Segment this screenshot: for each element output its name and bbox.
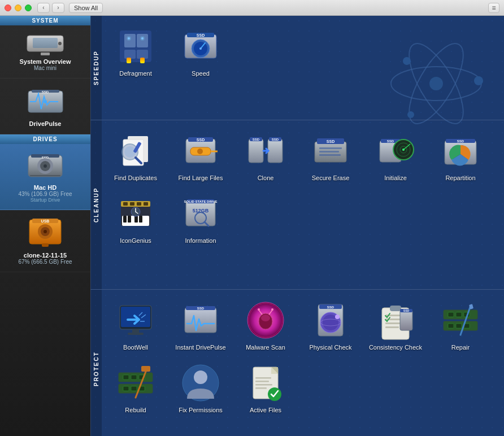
svg-text:SSD: SSD	[327, 139, 334, 143]
svg-rect-133	[385, 326, 399, 328]
system-overview-label: System Overview	[19, 58, 71, 65]
consistency-check-icon: SSD	[375, 300, 416, 341]
forward-button[interactable]: ›	[52, 3, 64, 13]
find-duplicates-label: Find Duplicates	[114, 175, 157, 181]
mac-mini-icon	[25, 32, 66, 56]
protect-grid: BootWell	[102, 290, 504, 424]
physical-check-item[interactable]: SSD Physical Check	[299, 295, 362, 355]
icon-genius-item[interactable]: IconGenius	[105, 189, 167, 248]
svg-rect-59	[249, 139, 263, 163]
secure-erase-icon: SSD	[310, 130, 351, 171]
rebuild-item[interactable]: Rebuild	[105, 358, 167, 418]
svg-rect-32	[124, 50, 136, 59]
svg-rect-97	[186, 201, 215, 226]
find-large-files-item[interactable]: SSD Find Large Files	[170, 126, 232, 186]
clone-label-icon: Clone	[258, 175, 274, 181]
clone-item[interactable]: SSD SSD Clone	[234, 126, 297, 186]
sidebar-item-drivepulse[interactable]: SSD DrivePulse	[0, 79, 90, 134]
physical-check-icon: SSD	[310, 300, 351, 341]
sidebar-item-mac-hd[interactable]: SSD Mac HD 43% (106.9 GB) Free Startup D…	[0, 144, 90, 210]
svg-rect-69	[319, 151, 339, 152]
svg-rect-86	[128, 216, 131, 223]
sidebar-item-system-overview[interactable]: System Overview Mac mini	[0, 25, 90, 79]
clone-label: clone-12-11-15	[24, 252, 67, 259]
maximize-button[interactable]	[25, 5, 32, 11]
svg-rect-62	[268, 139, 283, 163]
svg-point-7	[44, 100, 47, 103]
fix-permissions-icon	[180, 363, 221, 403]
grid-area: SPEEDUP	[90, 16, 504, 436]
svg-text:SSD: SSD	[457, 139, 464, 143]
svg-text:SSD: SSD	[197, 33, 205, 37]
ext-drive-icon: USB	[28, 217, 63, 250]
secure-erase-item[interactable]: SSD Secure Erase	[299, 126, 362, 186]
active-files-label: Active Files	[250, 407, 281, 413]
close-button[interactable]	[5, 5, 11, 11]
svg-text:SSD: SSD	[403, 309, 410, 312]
svg-rect-68	[319, 147, 342, 149]
find-duplicates-item[interactable]: Find Duplicates	[105, 126, 167, 186]
repartition-label: Repartition	[445, 175, 475, 181]
speedup-grid: Defragment	[102, 16, 504, 87]
svg-point-119	[271, 308, 273, 311]
svg-point-39	[141, 37, 144, 40]
consistency-check-item[interactable]: SSD Consistency Check	[364, 295, 427, 355]
titlebar: ‹ › Show All ≡	[0, 0, 504, 16]
list-view-button[interactable]: ≡	[488, 3, 499, 13]
icon-genius-label: IconGenius	[120, 237, 151, 244]
cleanup-section: CLEANUP	[90, 120, 504, 290]
svg-point-115	[261, 315, 270, 321]
show-all-button[interactable]: Show All	[69, 3, 103, 13]
sidebar: SYSTEM System Overview Mac mini	[0, 16, 90, 436]
svg-rect-162	[255, 377, 271, 379]
svg-rect-163	[255, 381, 269, 382]
speed-item[interactable]: SSD Speed	[170, 21, 232, 81]
svg-text:SSD: SSD	[253, 138, 260, 141]
rebuild-label: Rebuild	[125, 407, 146, 413]
svg-rect-129	[390, 306, 401, 311]
icon-genius-icon	[115, 193, 156, 234]
active-files-item[interactable]: Active Files	[234, 358, 297, 418]
sidebar-item-clone[interactable]: USB clone-12-11-15 67% (666.5 GB) Free	[0, 210, 90, 272]
defragment-item[interactable]: Defragment	[105, 21, 167, 81]
drives-section-header: DRIVES	[0, 134, 90, 144]
instant-drivepulse-item[interactable]: SSD Instant DrivePulse	[170, 295, 232, 355]
find-large-files-label: Find Large Files	[179, 175, 223, 181]
svg-rect-92	[137, 202, 141, 206]
information-icon: SOLID STATE DRIVE 512GB	[180, 193, 221, 234]
repartition-item[interactable]: SSD Repartition	[429, 126, 492, 186]
svg-text:SSD: SSD	[197, 138, 205, 142]
svg-rect-21	[42, 243, 49, 247]
svg-rect-110	[185, 308, 216, 333]
instant-drivepulse-icon: SSD	[180, 300, 221, 341]
svg-rect-3	[41, 53, 50, 55]
repair-item[interactable]: Repair	[429, 295, 492, 355]
rebuild-icon	[115, 363, 156, 403]
protect-label: PROTECT	[90, 290, 102, 436]
svg-rect-34	[127, 58, 131, 63]
secure-erase-label: Secure Erase	[312, 175, 350, 181]
svg-text:SOLID STATE DRIVE: SOLID STATE DRIVE	[184, 200, 218, 203]
right-panel: SPEEDUP	[90, 16, 504, 436]
minimize-button[interactable]	[15, 5, 21, 11]
svg-text:SSD: SSD	[197, 307, 205, 310]
svg-rect-1	[33, 38, 58, 48]
svg-rect-30	[124, 34, 136, 47]
information-item[interactable]: SOLID STATE DRIVE 512GB Information	[170, 189, 232, 248]
svg-point-13	[44, 164, 47, 168]
cleanup-grid: Find Duplicates	[102, 120, 504, 254]
speedup-section: SPEEDUP	[90, 16, 504, 120]
consistency-check-label: Consistency Check	[369, 344, 422, 351]
fix-permissions-item[interactable]: Fix Permissions	[170, 358, 232, 418]
svg-rect-91	[130, 202, 134, 206]
cleanup-content: Find Duplicates	[102, 120, 504, 289]
svg-rect-140	[456, 312, 462, 317]
svg-text:SSD: SSD	[327, 306, 334, 309]
bootwell-item[interactable]: BootWell	[105, 295, 167, 355]
speedup-label: SPEEDUP	[90, 16, 102, 120]
speed-icon: SSD	[180, 26, 221, 67]
initialize-item[interactable]: SSD Initialize	[364, 126, 427, 186]
malware-scan-item[interactable]: Malware Scan	[234, 295, 297, 355]
information-label: Information	[185, 237, 216, 244]
back-button[interactable]: ‹	[37, 3, 50, 13]
